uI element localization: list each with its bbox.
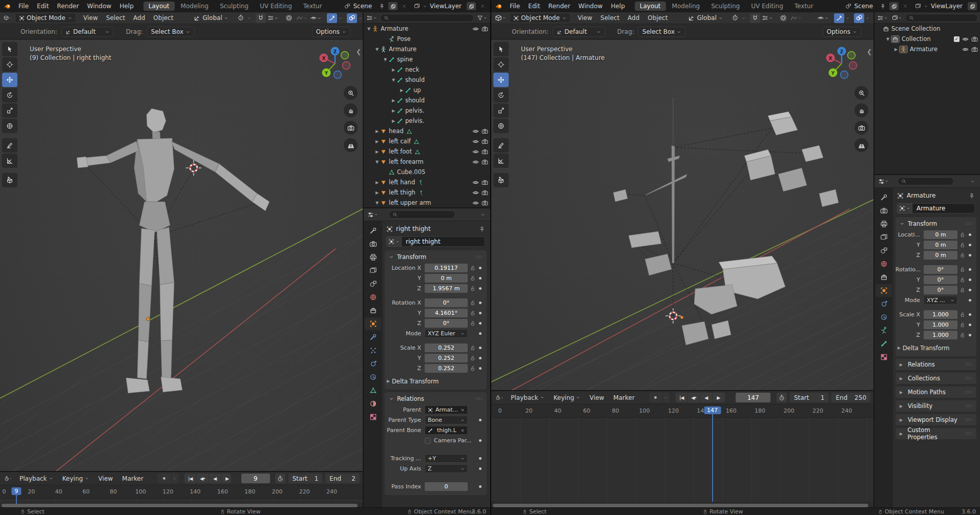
workspace-tab-uv-editing[interactable]: UV Editing — [255, 2, 297, 11]
cursor-tool[interactable] — [2, 57, 17, 72]
pass-index-field[interactable]: 0 — [425, 482, 468, 491]
tab-meshdata[interactable] — [365, 384, 381, 397]
viewport-menu-view[interactable]: View — [79, 13, 102, 23]
play-reverse-button[interactable]: ◀ — [700, 393, 713, 402]
zoom-button[interactable] — [854, 86, 868, 100]
tracking-axis-dropdown[interactable]: +Y — [425, 454, 468, 463]
tab-object[interactable] — [875, 284, 892, 297]
animate-dot[interactable] — [967, 324, 973, 326]
tab-particles[interactable] — [365, 344, 381, 357]
tab-tool[interactable] — [875, 191, 892, 204]
orientation-group[interactable]: Global — [191, 13, 231, 23]
animate-dot[interactable] — [967, 244, 973, 246]
overlays-toggle-group[interactable] — [347, 13, 363, 23]
panel-header[interactable]: ▶Visibility∷∷ — [895, 400, 976, 412]
tab-render[interactable] — [365, 238, 381, 250]
expand-icon[interactable]: ▶ — [399, 88, 405, 93]
value-field[interactable]: 0.252 — [425, 364, 468, 373]
play-button[interactable]: ▶ — [713, 393, 725, 402]
value-field[interactable]: 0.19117 — [425, 264, 468, 272]
collapse-icon[interactable]: ▼ — [374, 160, 380, 164]
animate-dot[interactable] — [967, 268, 973, 271]
outliner-row-left-foot[interactable]: ▶left foot — [364, 146, 490, 157]
value-field[interactable]: 1.000 — [924, 320, 957, 329]
expand-icon[interactable]: ▶ — [374, 149, 380, 154]
expand-icon[interactable]: ▶ — [374, 129, 380, 134]
properties-search-input[interactable] — [389, 210, 455, 219]
view-menu[interactable]: View — [587, 393, 607, 402]
outliner-row-cube-005[interactable]: Cube.005 — [364, 167, 490, 177]
orientation-default-dropdown[interactable]: Default — [61, 27, 114, 37]
collapse-icon[interactable]: ▼ — [390, 78, 397, 82]
viewport-menu-view[interactable]: View — [574, 13, 596, 23]
outliner-row-armature[interactable]: ▼Armature — [364, 24, 490, 34]
lock-icon[interactable] — [468, 310, 477, 316]
tab-viewlayer[interactable] — [365, 264, 381, 277]
transform-panel-header[interactable]: Transform∷∷ — [385, 251, 487, 263]
outliner-row-pose[interactable]: Pose — [364, 34, 490, 44]
camera-parent-checkbox[interactable] — [425, 438, 431, 444]
properties-type-icon[interactable] — [366, 210, 379, 220]
measure-tool[interactable] — [2, 154, 17, 168]
playhead-line[interactable] — [712, 414, 713, 502]
animate-dot[interactable] — [477, 347, 484, 349]
menu-render[interactable]: Render — [544, 2, 574, 11]
overlays-toggle-group[interactable] — [854, 13, 870, 23]
disable-render-camera-icon[interactable] — [482, 138, 488, 145]
auto-keying-button[interactable] — [158, 474, 171, 483]
panel-custom-properties[interactable]: ▶Custom Properties∷∷ — [895, 428, 976, 439]
lock-icon[interactable] — [957, 332, 967, 338]
collapse-icon[interactable]: ▼ — [374, 47, 380, 52]
scrollbar-thumb[interactable] — [493, 504, 868, 507]
outliner-row-should[interactable]: ▶should — [364, 95, 490, 105]
outliner-row-spine[interactable]: ▼spine — [364, 54, 490, 65]
collapse-icon[interactable]: ▼ — [885, 37, 891, 41]
outliner-row-left-upper-arm[interactable]: ▼left upper arm — [364, 198, 490, 207]
hide-eye-icon[interactable] — [472, 158, 479, 165]
camera-view-button[interactable] — [854, 121, 868, 135]
outliner-row-collection[interactable]: ▼Collection✓ — [874, 34, 980, 44]
workspace-tab-layout[interactable]: Layout — [635, 2, 666, 11]
scene-selector[interactable]: Scene — [341, 2, 375, 11]
hide-eye-icon[interactable] — [472, 138, 479, 145]
view-menu[interactable]: View — [95, 474, 116, 483]
pin-scene-icon[interactable] — [878, 2, 887, 10]
outliner-row-up[interactable]: ▶up — [364, 85, 490, 95]
expand-icon[interactable]: ▶ — [390, 68, 397, 72]
view-object-types-group[interactable] — [816, 13, 830, 23]
playback-menu[interactable]: Playback — [16, 474, 56, 483]
mannequin-model[interactable] — [77, 109, 269, 393]
outliner-row-should[interactable]: ▼should — [364, 75, 490, 85]
panel-motion-paths[interactable]: ▶Motion Paths∷∷ — [895, 387, 976, 398]
disable-render-camera-icon[interactable] — [482, 127, 488, 135]
rotation-mode-dropdown[interactable]: XYZ Euler — [425, 329, 468, 338]
animate-dot[interactable] — [967, 278, 973, 281]
workspace-tab-textur[interactable]: Textur — [789, 2, 819, 11]
value-field[interactable]: 0.252 — [425, 344, 468, 352]
tab-texture[interactable] — [365, 411, 381, 423]
menu-window[interactable]: Window — [574, 2, 607, 11]
ortho-toggle-button[interactable] — [854, 138, 868, 152]
move-tool[interactable] — [493, 73, 509, 87]
current-frame-field[interactable]: 9 — [241, 474, 270, 483]
current-frame-badge[interactable]: 147 — [704, 406, 721, 414]
breadcrumb-object-name[interactable]: Armature — [907, 192, 935, 199]
expand-icon[interactable]: ▶ — [374, 190, 380, 195]
play-button[interactable]: ▶ — [221, 474, 231, 483]
tab-tool[interactable] — [365, 224, 381, 237]
expand-icon[interactable]: ▶ — [893, 47, 899, 52]
outliner-row-neck[interactable]: ▶neck — [364, 65, 490, 75]
collapse-icon[interactable]: ▼ — [374, 201, 380, 205]
viewport-menu-select[interactable]: Select — [596, 13, 623, 23]
lock-icon[interactable] — [468, 286, 477, 291]
nav-gizmo[interactable]: Z X Y — [316, 44, 355, 83]
cursor-tool[interactable] — [493, 57, 509, 72]
delete-scene-icon[interactable] — [901, 2, 910, 10]
mode-dropdown[interactable]: Object Mode — [509, 13, 571, 23]
menu-file[interactable]: File — [506, 2, 524, 11]
select-box-tool[interactable] — [2, 42, 17, 56]
animate-dot[interactable] — [967, 313, 973, 316]
scene-selector[interactable]: Scene — [842, 2, 876, 11]
delta-transform-row[interactable]: ▶ Delta Transform — [895, 343, 973, 353]
outliner-type-icon[interactable] — [877, 13, 889, 23]
